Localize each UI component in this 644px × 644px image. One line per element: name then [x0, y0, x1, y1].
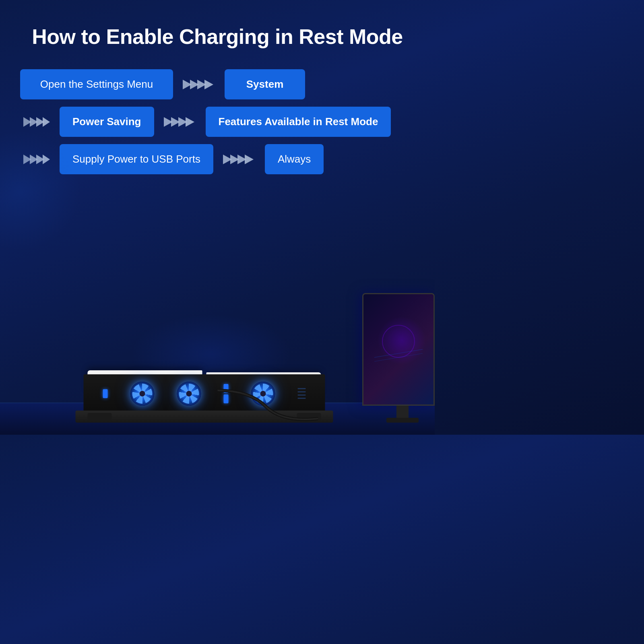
monitor-glow — [378, 316, 426, 365]
arrow-icon-2a — [23, 115, 50, 129]
fan-1 — [130, 382, 155, 406]
steps-section: Open the Settings Menu System — [16, 69, 370, 174]
svg-marker-11 — [186, 117, 194, 127]
svg-marker-15 — [43, 155, 50, 164]
arrow-icon-1 — [183, 78, 215, 91]
stand-foot-left — [88, 413, 112, 420]
step-row-1: Open the Settings Menu System — [20, 69, 370, 99]
features-rest-mode-button[interactable]: Features Available in Rest Mode — [206, 107, 391, 137]
fan-center-1 — [140, 391, 145, 396]
always-button[interactable]: Always — [265, 144, 324, 174]
usb-port-1 — [103, 389, 108, 398]
arrow-icon-3a — [23, 153, 50, 166]
svg-marker-19 — [245, 155, 254, 164]
system-button[interactable]: System — [225, 69, 305, 99]
supply-power-usb-button[interactable]: Supply Power to USB Ports — [60, 144, 213, 174]
page-title: How to Enable Charging in Rest Mode — [16, 24, 419, 49]
monitor — [362, 293, 435, 423]
ps5-console — [74, 298, 335, 435]
product-image-area — [0, 266, 435, 435]
arrow-icon-2b — [164, 115, 196, 129]
step-row-2: Power Saving Features Available in Rest … — [20, 107, 370, 137]
step-row-3: Supply Power to USB Ports Always — [20, 144, 370, 174]
fan-2 — [177, 382, 201, 406]
cable-svg — [217, 382, 318, 423]
fan-center-2 — [186, 391, 192, 396]
usb-ports-left — [103, 389, 108, 398]
arrow-row3-mid — [220, 153, 258, 166]
monitor-base — [386, 418, 419, 423]
arrow-1-2 — [180, 78, 218, 91]
monitor-stand — [396, 406, 409, 418]
arrow-icon-3b — [223, 153, 255, 166]
main-container: How to Enable Charging in Rest Mode Open… — [0, 0, 435, 435]
monitor-screen — [363, 294, 433, 405]
svg-marker-3 — [204, 80, 213, 89]
settings-menu-button[interactable]: Open the Settings Menu — [20, 69, 173, 99]
title-section: How to Enable Charging in Rest Mode — [16, 16, 419, 61]
arrow-row2-start — [20, 115, 53, 129]
monitor-frame — [362, 293, 435, 406]
arrow-row3-start — [20, 153, 53, 166]
arrow-row2-mid — [161, 115, 199, 129]
power-saving-button[interactable]: Power Saving — [60, 107, 154, 137]
svg-marker-7 — [43, 117, 50, 127]
